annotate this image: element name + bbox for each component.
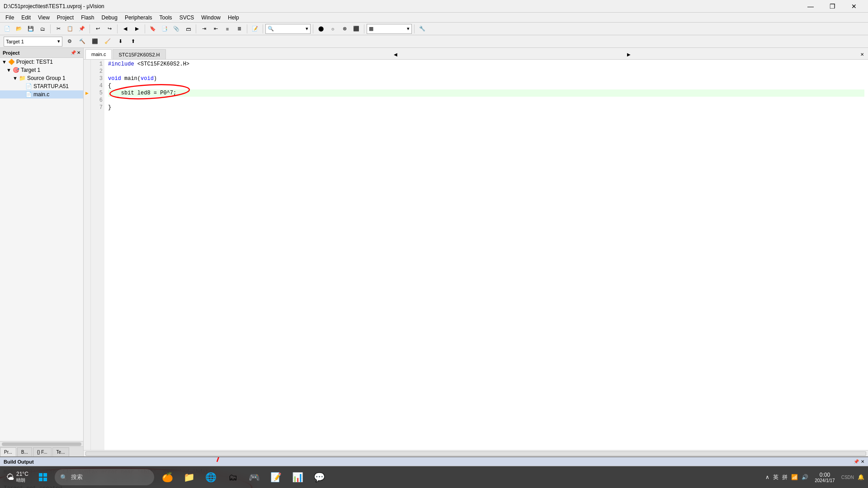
tab-nav-left[interactable]: ◀	[392, 49, 400, 59]
build-pin-btn[interactable]: 📌	[854, 459, 859, 464]
panel-tab-pr[interactable]: Pr...	[0, 447, 16, 456]
tb-debug2[interactable]: ○	[327, 24, 338, 34]
menu-view[interactable]: View	[34, 14, 53, 22]
panel-tab-f[interactable]: {} F...	[33, 447, 52, 456]
lang-en[interactable]: 英	[773, 474, 778, 481]
wifi-icon[interactable]: 📶	[791, 474, 798, 480]
menu-debug[interactable]: Debug	[98, 14, 121, 22]
tb-format2[interactable]: ≣	[234, 24, 245, 34]
menu-file[interactable]: File	[2, 14, 18, 22]
start-button[interactable]	[33, 467, 53, 487]
tb-undo[interactable]: ↩	[92, 24, 103, 34]
project-header-label: Project	[3, 50, 19, 56]
code-content[interactable]: #include <STC15F2K60S2.H> void main( voi…	[104, 60, 868, 450]
menu-window[interactable]: Window	[198, 14, 224, 22]
tb-target-btn2[interactable]: 🔨	[77, 37, 88, 47]
tb-settings[interactable]: 🔧	[417, 24, 428, 34]
tb-nav-back[interactable]: ◀	[120, 24, 131, 34]
title-text: D:\C51project\test\TEST1.uvproj - µVisio…	[4, 3, 104, 9]
menu-project[interactable]: Project	[53, 14, 77, 22]
tree-target1[interactable]: ▼ 🎯 Target 1	[0, 66, 83, 74]
tab-close-all[interactable]: ✕	[858, 49, 866, 59]
tb-target-btn4[interactable]: 🧹	[102, 37, 113, 47]
tb-new[interactable]: 📄	[2, 24, 13, 34]
menu-tools[interactable]: Tools	[156, 14, 176, 22]
taskbar-app-word[interactable]: 📝	[266, 467, 286, 487]
tb-save[interactable]: 💾	[25, 24, 36, 34]
project-pin-btn[interactable]: 📌	[71, 50, 76, 55]
notification-btn[interactable]: 🔔	[858, 474, 864, 480]
project-scrollbar[interactable]	[0, 441, 83, 446]
taskbar-app-explorer2[interactable]: 🗂	[223, 467, 243, 487]
minimize-button[interactable]: —	[800, 0, 821, 13]
tb-bookmark4[interactable]: 🗃	[183, 24, 193, 34]
taskbar-app-orange[interactable]: 🍊	[158, 467, 178, 487]
tb-bookmark2[interactable]: 📑	[159, 24, 170, 34]
target-select[interactable]: Target 1 ▾	[4, 37, 62, 47]
menu-flash[interactable]: Flash	[77, 14, 98, 22]
close-button[interactable]: ✕	[844, 0, 864, 13]
tb-target-btn6[interactable]: ⬆	[127, 37, 138, 47]
tb-bookmark1[interactable]: 🔖	[147, 24, 158, 34]
taskbar-app-edge[interactable]: 🌐	[201, 467, 221, 487]
build-output-title: Build Output	[4, 459, 34, 465]
tab-nav-right[interactable]: ▶	[625, 49, 633, 59]
tb-indent[interactable]: ⇥	[198, 24, 209, 34]
time-display[interactable]: 0:00 2024/1/17	[812, 472, 838, 483]
sep3	[117, 24, 118, 33]
weather-desc: 晴朗	[16, 477, 28, 483]
taskbar-app-explorer[interactable]: 📁	[179, 467, 199, 487]
toolbar1: 📄 📂 💾 🗂 ✂ 📋 📌 ↩ ↪ ◀ ▶ 🔖 📑 📎 🗃 ⇥ ⇤ ≡ ≣ 📝 …	[0, 23, 868, 35]
tb-target-btn5[interactable]: ⬇	[115, 37, 126, 47]
lang-zh[interactable]: 拼	[782, 474, 788, 481]
taskbar-app-blue[interactable]: 📊	[288, 467, 308, 487]
tb-debug-btn[interactable]: ⬤	[316, 24, 326, 34]
editor-hscroll[interactable]	[84, 450, 868, 456]
line-numbers: 1 2 3 4 5 6 7	[91, 60, 104, 450]
tree-startup-a51[interactable]: 📄 STARTUP.A51	[0, 82, 83, 90]
systray-chevron[interactable]: ∧	[765, 474, 769, 480]
taskbar-app-wechat[interactable]: 💬	[310, 467, 330, 487]
tb-target-btn3[interactable]: ⬛	[90, 37, 100, 47]
build-close-btn[interactable]: ✕	[861, 459, 864, 464]
sep1	[50, 24, 51, 33]
tb-view-dropdown[interactable]: ▦▾	[367, 24, 412, 34]
tab-main-c[interactable]: main.c	[85, 49, 112, 59]
svg-rect-4	[39, 478, 42, 481]
sound-icon[interactable]: 🔊	[802, 474, 808, 480]
tb-cut[interactable]: ✂	[53, 24, 64, 34]
tb-nav-fwd[interactable]: ▶	[132, 24, 142, 34]
project-close-btn[interactable]: ✕	[77, 50, 80, 55]
tb-redo[interactable]: ↪	[104, 24, 115, 34]
menu-edit[interactable]: Edit	[18, 14, 34, 22]
tree-source-group1[interactable]: ▼ 📁 Source Group 1	[0, 74, 83, 82]
menu-svcs[interactable]: SVCS	[176, 14, 198, 22]
tb-debug3[interactable]: ⊗	[339, 24, 350, 34]
tree-main-c[interactable]: 📄 main.c	[0, 90, 83, 99]
sep7	[263, 24, 263, 33]
tb-target-btn1[interactable]: ⚙	[64, 37, 75, 47]
tab-stc15f2k60s2[interactable]: STC15F2K60S2.H	[113, 49, 165, 59]
tree-project[interactable]: ▼ 🔶 Project: TEST1	[0, 58, 83, 66]
tb-paste[interactable]: 📌	[76, 24, 87, 34]
maximize-button[interactable]: ❐	[822, 0, 843, 13]
panel-tab-te[interactable]: Te...	[52, 447, 69, 456]
tb-format1[interactable]: ≡	[222, 24, 233, 34]
sep5	[196, 24, 196, 33]
tb-copy[interactable]: 📋	[65, 24, 75, 34]
tb-debug4[interactable]: ⬛	[351, 24, 362, 34]
tb-bookmark3[interactable]: 📎	[171, 24, 182, 34]
tb-unindent[interactable]: ⇤	[210, 24, 221, 34]
panel-tab-b[interactable]: B...	[17, 447, 32, 456]
taskbar-app-steam[interactable]: 🎮	[245, 467, 264, 487]
tree-source-group1-label: Source Group 1	[27, 75, 66, 81]
target-label: Target 1	[6, 39, 24, 44]
tb-template[interactable]: 📝	[250, 24, 260, 34]
tb-save-all[interactable]: 🗂	[37, 24, 48, 34]
tb-open[interactable]: 📂	[14, 24, 24, 34]
taskbar-search[interactable]: 🔍 搜索	[55, 469, 154, 485]
menu-peripherals[interactable]: Peripherals	[121, 14, 156, 22]
panel-bottom-tabs: Pr... B... {} F... Te...	[0, 446, 83, 456]
tb-search-dropdown[interactable]: 🔍▾	[265, 24, 311, 34]
menu-help[interactable]: Help	[224, 14, 243, 22]
